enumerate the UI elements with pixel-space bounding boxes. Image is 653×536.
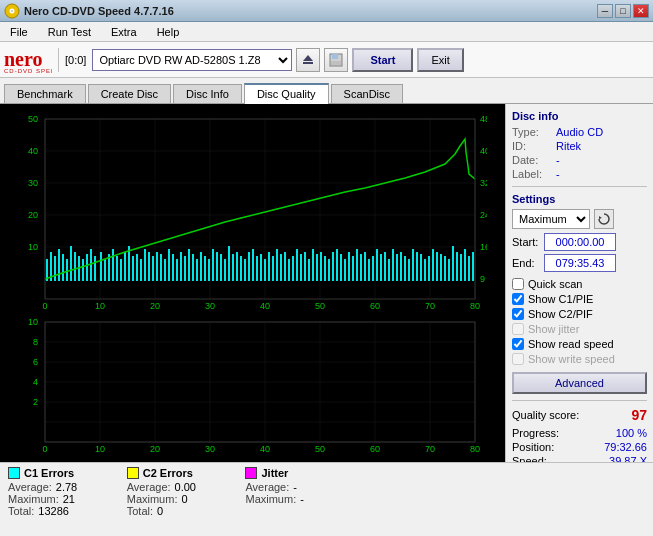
start-time-input[interactable] [544, 233, 616, 251]
svg-rect-129 [380, 254, 382, 281]
svg-rect-60 [104, 259, 106, 281]
svg-text:10: 10 [95, 444, 105, 454]
svg-rect-110 [304, 252, 306, 281]
tab-bar: Benchmark Create Disc Disc Info Disc Qua… [0, 78, 653, 104]
chart-area: 50 40 30 20 10 48 40 32 24 16 9 0 10 20 … [0, 104, 505, 462]
legend-c2-color [127, 467, 139, 479]
show-c2-pif-label[interactable]: Show C2/PIF [528, 308, 593, 320]
show-jitter-label: Show jitter [528, 323, 579, 335]
tab-create-disc[interactable]: Create Disc [88, 84, 171, 103]
show-c1-pie-checkbox[interactable] [512, 293, 524, 305]
svg-rect-145 [444, 256, 446, 281]
svg-text:CD-DVD SPEED: CD-DVD SPEED [4, 68, 52, 74]
drive-select[interactable]: Optiarc DVD RW AD-5280S 1.Z8 [92, 49, 292, 71]
svg-text:30: 30 [205, 444, 215, 454]
svg-marker-185 [599, 216, 602, 219]
c1-max-value: 21 [63, 493, 103, 505]
show-write-speed-checkbox[interactable] [512, 353, 524, 365]
svg-rect-94 [240, 256, 242, 281]
menu-extra[interactable]: Extra [105, 24, 143, 40]
svg-rect-59 [100, 252, 102, 281]
jitter-max-value: - [300, 493, 340, 505]
legend-area: C1 Errors Average: 2.78 Maximum: 21 Tota… [0, 462, 653, 521]
svg-rect-55 [82, 259, 84, 281]
svg-rect-100 [264, 259, 266, 281]
show-read-speed-checkbox[interactable] [512, 338, 524, 350]
svg-rect-136 [408, 259, 410, 281]
disc-id-row: ID: Ritek [512, 140, 647, 152]
save-button[interactable] [324, 48, 348, 72]
start-button[interactable]: Start [352, 48, 413, 72]
svg-rect-92 [232, 254, 234, 281]
svg-rect-128 [376, 249, 378, 281]
svg-rect-63 [116, 256, 118, 281]
title-bar: Nero CD-DVD Speed 4.7.7.16 ─ □ ✕ [0, 0, 653, 22]
svg-rect-117 [332, 252, 334, 281]
svg-text:32: 32 [480, 178, 487, 188]
svg-text:20: 20 [28, 210, 38, 220]
tab-scan-disc[interactable]: ScanDisc [331, 84, 403, 103]
jitter-max-label: Maximum: [245, 493, 296, 505]
svg-rect-51 [66, 259, 68, 281]
svg-rect-114 [320, 252, 322, 281]
svg-rect-134 [400, 252, 402, 281]
svg-text:0: 0 [42, 444, 47, 454]
minimize-button[interactable]: ─ [597, 4, 613, 18]
svg-rect-104 [280, 254, 282, 281]
svg-rect-99 [260, 254, 262, 281]
svg-marker-5 [303, 55, 313, 61]
svg-text:20: 20 [150, 444, 160, 454]
legend-jitter-stats: Average: - Maximum: - [245, 481, 340, 505]
speed-select[interactable]: Maximum [512, 209, 590, 229]
c1-avg-label: Average: [8, 481, 52, 493]
exit-button[interactable]: Exit [417, 48, 463, 72]
legend-c1-stats: Average: 2.78 Maximum: 21 Total: 13286 [8, 481, 103, 517]
svg-rect-73 [156, 252, 158, 281]
quick-scan-label[interactable]: Quick scan [528, 278, 582, 290]
quick-scan-checkbox[interactable] [512, 278, 524, 290]
disc-type-value: Audio CD [556, 126, 603, 138]
svg-rect-119 [340, 254, 342, 281]
tab-disc-info[interactable]: Disc Info [173, 84, 242, 103]
show-jitter-checkbox[interactable] [512, 323, 524, 335]
menu-help[interactable]: Help [151, 24, 186, 40]
svg-point-2 [11, 10, 13, 12]
svg-text:50: 50 [315, 301, 325, 311]
svg-rect-50 [62, 254, 64, 281]
legend-jitter-color [245, 467, 257, 479]
end-time-input[interactable] [544, 254, 616, 272]
svg-text:6: 6 [33, 357, 38, 367]
svg-rect-70 [144, 249, 146, 281]
quick-scan-row: Quick scan [512, 278, 647, 290]
show-read-speed-label[interactable]: Show read speed [528, 338, 614, 350]
menu-run-test[interactable]: Run Test [42, 24, 97, 40]
svg-rect-125 [364, 252, 366, 281]
svg-text:10: 10 [28, 242, 38, 252]
tab-benchmark[interactable]: Benchmark [4, 84, 86, 103]
show-c2-pif-checkbox[interactable] [512, 308, 524, 320]
eject-button[interactable] [296, 48, 320, 72]
nero-logo-svg: nero CD-DVD SPEED [4, 46, 52, 74]
svg-rect-84 [200, 252, 202, 281]
title-controls: ─ □ ✕ [597, 4, 649, 18]
tab-disc-quality[interactable]: Disc Quality [244, 83, 329, 104]
svg-rect-91 [228, 246, 230, 281]
svg-rect-9 [331, 61, 341, 65]
close-button[interactable]: ✕ [633, 4, 649, 18]
svg-rect-103 [276, 249, 278, 281]
settings-refresh-button[interactable] [594, 209, 614, 229]
svg-rect-85 [204, 256, 206, 281]
svg-rect-81 [188, 249, 190, 281]
disc-label-row: Label: - [512, 168, 647, 180]
maximize-button[interactable]: □ [615, 4, 631, 18]
svg-text:24: 24 [480, 210, 487, 220]
svg-text:70: 70 [425, 301, 435, 311]
main-content: 50 40 30 20 10 48 40 32 24 16 9 0 10 20 … [0, 104, 653, 462]
show-c1-pie-label[interactable]: Show C1/PIE [528, 293, 593, 305]
quality-score-label: Quality score: [512, 409, 579, 421]
svg-rect-98 [256, 256, 258, 281]
menu-file[interactable]: File [4, 24, 34, 40]
advanced-button[interactable]: Advanced [512, 372, 647, 394]
svg-rect-152 [472, 252, 474, 281]
c2-max-label: Maximum: [127, 493, 178, 505]
